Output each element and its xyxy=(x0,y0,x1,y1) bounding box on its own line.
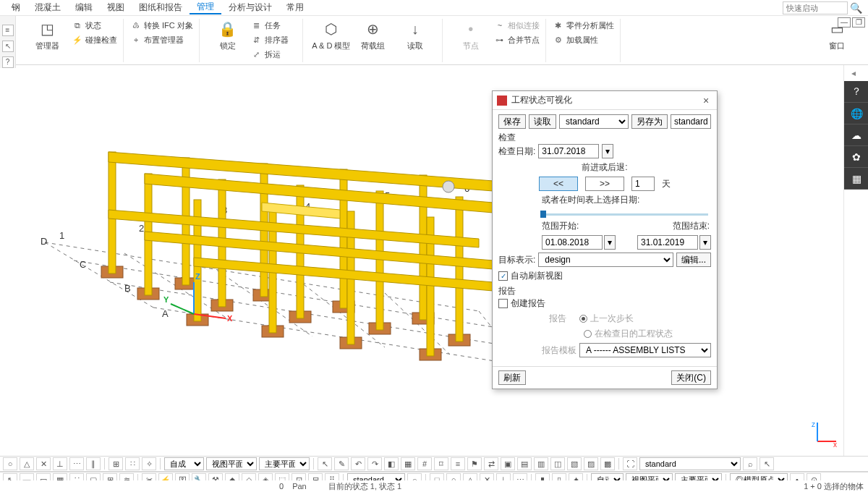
tb-more4-icon[interactable]: ◫ xyxy=(550,457,565,470)
tb-cube-icon[interactable]: ◧ xyxy=(384,457,399,470)
tb-undo-icon[interactable]: ↶ xyxy=(351,457,365,470)
load-props-button[interactable]: ⚙加载属性 xyxy=(553,33,614,46)
tb-more2-icon[interactable]: ▤ xyxy=(517,457,532,470)
close-icon[interactable]: × xyxy=(699,95,712,106)
target-combo[interactable]: design xyxy=(538,253,673,267)
quick-launch-input[interactable] xyxy=(783,1,848,14)
step-value-input[interactable] xyxy=(631,177,655,191)
sequencer-button[interactable]: ⇵排序器 xyxy=(252,33,297,46)
edit-button[interactable]: 编辑... xyxy=(676,253,711,267)
date-picker-icon[interactable]: ▾ xyxy=(602,144,613,158)
collapse-icon[interactable]: ◂ xyxy=(851,68,861,78)
tb-hash-icon[interactable]: # xyxy=(417,457,432,470)
tb-more5-icon[interactable]: ▧ xyxy=(567,457,582,470)
tb-pointer2-icon[interactable]: ↖ xyxy=(760,457,774,470)
help-icon[interactable]: ? xyxy=(2,56,14,68)
snap-dots-icon[interactable]: ∷ xyxy=(125,457,140,470)
menu-concrete[interactable]: 混凝土 xyxy=(27,1,68,14)
snap-combo-2[interactable]: 视图平面 xyxy=(206,457,257,470)
tb-redo-icon[interactable]: ↷ xyxy=(367,457,382,470)
range-end-picker-icon[interactable]: ▾ xyxy=(699,235,711,250)
tb-cursor-icon[interactable]: ↖ xyxy=(318,457,332,470)
ad-model-button[interactable]: ⬡A & D 模型 xyxy=(310,19,352,51)
save-as-button[interactable]: 另存为 xyxy=(631,114,668,129)
phases-button[interactable]: ⧉状态 xyxy=(72,19,117,32)
step-label: 前进或后退: xyxy=(582,161,627,174)
menu-view[interactable]: 视图 xyxy=(100,1,132,14)
tb-tag-icon[interactable]: ⌑ xyxy=(434,457,448,470)
clash-check-button[interactable]: ⚡碰撞检查 xyxy=(72,33,117,46)
snap-endpoint-icon[interactable]: ○ xyxy=(3,457,17,470)
panel-settings-icon[interactable]: ✿ xyxy=(844,146,868,168)
tb-edit-icon[interactable]: ✎ xyxy=(334,457,349,470)
get-button[interactable]: ↓读取 xyxy=(394,19,436,51)
panel-globe-icon[interactable]: 🌐 xyxy=(844,103,868,124)
menu-drawings[interactable]: 图纸和报告 xyxy=(132,1,190,14)
step-unit-label: 天 xyxy=(662,178,671,190)
save-button[interactable]: 保存 xyxy=(498,114,526,129)
tb-binoc-icon[interactable]: ⌕ xyxy=(743,457,757,470)
tb-more7-icon[interactable]: ▩ xyxy=(600,457,615,470)
auto-refresh-checkbox[interactable]: ✓ xyxy=(498,271,508,281)
tb-filter-icon[interactable]: ⛶ xyxy=(623,457,637,470)
svg-rect-42 xyxy=(376,191,383,330)
part-analysis-button[interactable]: ✱零件分析属性 xyxy=(553,19,614,32)
tb-layer-icon[interactable]: ≡ xyxy=(451,457,465,470)
step-forward-button[interactable]: >> xyxy=(585,177,624,191)
snap-perp-icon[interactable]: ⊥ xyxy=(53,457,67,470)
status-selection: 1 + 0 选择的物体 xyxy=(804,481,864,492)
tasks-button[interactable]: ≣任务 xyxy=(252,19,297,32)
load-groups-button[interactable]: ⊕荷载组 xyxy=(352,19,394,51)
merge-nodes-button[interactable]: ⊶合并节点 xyxy=(495,33,540,46)
panel-cloud-icon[interactable]: ☁ xyxy=(844,124,868,146)
refresh-button[interactable]: 刷新 xyxy=(498,370,526,385)
snap-mid-icon[interactable]: △ xyxy=(20,457,34,470)
convert-ifc-button[interactable]: ♳转换 IFC 对象 xyxy=(131,19,193,32)
layout-manager-button[interactable]: ⌖布置管理器 xyxy=(131,33,193,46)
menu-edit[interactable]: 编辑 xyxy=(68,1,100,14)
range-start-input[interactable] xyxy=(542,235,603,250)
hamburger-icon[interactable]: ≡ xyxy=(2,25,14,36)
menu-common[interactable]: 常用 xyxy=(279,1,311,14)
window-minimize-icon[interactable]: — xyxy=(838,17,851,27)
panel-apps-icon[interactable]: ▦ xyxy=(844,168,868,190)
snap-para-icon[interactable]: ∥ xyxy=(86,457,101,470)
window-restore-icon[interactable]: ❐ xyxy=(852,17,865,27)
svg-text:Z: Z xyxy=(195,272,200,281)
snap-intersect-icon[interactable]: ✕ xyxy=(36,457,51,470)
cursor-icon[interactable]: ↖ xyxy=(2,41,14,52)
save-as-input[interactable] xyxy=(671,114,711,129)
lotting-button[interactable]: ⤢拆运 xyxy=(252,48,297,61)
menu-steel[interactable]: 钢 xyxy=(4,1,27,14)
load-button[interactable]: 读取 xyxy=(529,114,556,129)
tb-seq-icon[interactable]: ⇄ xyxy=(484,457,498,470)
check-date-input[interactable] xyxy=(538,144,599,158)
snap-grid-icon[interactable]: ⊞ xyxy=(109,457,123,470)
panel-help-icon[interactable]: ？ xyxy=(844,81,868,103)
create-report-checkbox[interactable] xyxy=(498,299,508,308)
menu-analysis[interactable]: 分析与设计 xyxy=(221,1,279,14)
snap-combo-3[interactable]: 主要平面 xyxy=(259,457,310,470)
tb-more3-icon[interactable]: ▥ xyxy=(534,457,548,470)
model-viewport[interactable]: D C B A 1 2 3 4 5 6 xyxy=(16,65,843,456)
dialog-title: 工程状态可视化 xyxy=(511,94,699,106)
close-button[interactable]: 关闭(C) xyxy=(671,370,711,385)
snap-free-icon[interactable]: ✧ xyxy=(142,457,156,470)
organizer-button[interactable]: ◳管理器 xyxy=(26,19,68,51)
preset-combo[interactable]: standard xyxy=(559,114,629,129)
step-back-button[interactable]: << xyxy=(539,177,578,191)
tb-flag-icon[interactable]: ⚑ xyxy=(467,457,482,470)
range-start-picker-icon[interactable]: ▾ xyxy=(604,235,616,250)
range-end-input[interactable] xyxy=(637,235,698,250)
menu-manage[interactable]: 管理 xyxy=(190,1,221,14)
slider-thumb[interactable] xyxy=(540,211,546,218)
search-icon[interactable]: 🔍 xyxy=(848,2,864,14)
lock-button[interactable]: 🔒锁定 xyxy=(207,19,249,51)
snap-ext-icon[interactable]: ⋯ xyxy=(69,457,84,470)
snap-combo-1[interactable]: 自成 xyxy=(164,457,204,470)
tb-grid-icon[interactable]: ▦ xyxy=(401,457,415,470)
date-slider[interactable] xyxy=(542,213,708,216)
tb-more1-icon[interactable]: ▣ xyxy=(501,457,515,470)
tb-more6-icon[interactable]: ▨ xyxy=(584,457,598,470)
selection-filter-combo[interactable]: standard xyxy=(639,457,741,470)
